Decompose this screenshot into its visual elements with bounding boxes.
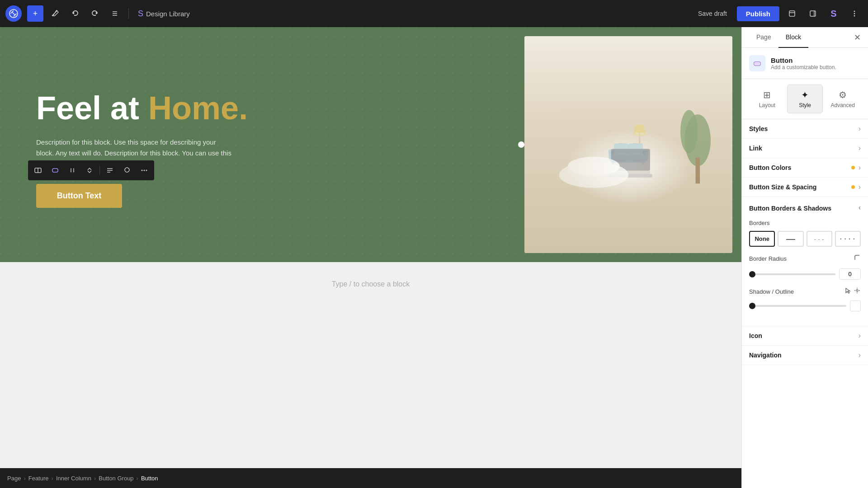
svg-point-35 xyxy=(568,157,620,176)
breadcrumb-page[interactable]: Page xyxy=(7,475,21,482)
shadow-pointer-icon[interactable] xyxy=(844,287,852,296)
breadcrumb-sep-2: › xyxy=(52,475,53,482)
paint-button[interactable] xyxy=(119,162,135,178)
undo-button[interactable] xyxy=(67,5,83,22)
sidebar-toggle-button[interactable] xyxy=(805,5,821,22)
drag-button[interactable] xyxy=(64,162,80,178)
align-button[interactable] xyxy=(102,162,118,178)
block-type-button[interactable] xyxy=(30,162,46,178)
shadow-row: Shadow / Outline xyxy=(749,287,861,296)
publish-button[interactable]: Publish xyxy=(737,6,779,21)
view-button[interactable] xyxy=(784,5,800,22)
breadcrumb-inner-column[interactable]: Inner Column xyxy=(56,475,91,482)
layout-tab-label: Layout xyxy=(759,102,775,108)
canvas-area[interactable]: Feel at Home. Description for this block… xyxy=(0,27,741,488)
button-colors-chevron: › xyxy=(859,164,861,172)
border-none[interactable]: None xyxy=(749,231,775,247)
block-header: Button Add a customizable button. xyxy=(742,48,868,79)
tab-advanced[interactable]: ⚙ Advanced xyxy=(825,84,861,113)
svg-point-38 xyxy=(856,290,858,291)
styles-section[interactable]: Styles › xyxy=(742,119,868,139)
link-chevron: › xyxy=(859,144,861,152)
style-tab-label: Style xyxy=(799,102,811,108)
borders-label: Button Borders & Shadows xyxy=(749,205,831,212)
tab-block[interactable]: Block xyxy=(778,27,808,48)
room-svg xyxy=(524,36,732,253)
more-block-options[interactable] xyxy=(136,162,152,178)
hero-button[interactable]: Button Text xyxy=(36,184,122,208)
tab-style[interactable]: ✦ Style xyxy=(787,84,823,113)
wp-logo[interactable] xyxy=(5,5,22,22)
breadcrumb-button-group[interactable]: Button Group xyxy=(99,475,133,482)
hero-left: Feel at Home. Description for this block… xyxy=(0,27,524,262)
button-borders-section: Button Borders & Shadows › Borders None … xyxy=(742,197,868,326)
type-area[interactable]: Type / to choose a block xyxy=(0,262,741,468)
svg-point-27 xyxy=(146,170,147,171)
s-button[interactable]: S xyxy=(826,5,842,22)
hero-title-highlight: Home. xyxy=(148,90,248,126)
hero-image: 🛋️ xyxy=(524,36,732,253)
svg-point-24 xyxy=(126,169,128,171)
more-options-button[interactable] xyxy=(846,5,863,22)
navigation-chevron: › xyxy=(859,351,861,359)
border-dotted[interactable]: • • • • xyxy=(835,231,861,247)
hero-title-plain: Feel at xyxy=(36,90,148,126)
add-block-button[interactable]: + xyxy=(27,5,43,22)
breadcrumb-feature[interactable]: Feature xyxy=(28,475,49,482)
radius-icon xyxy=(854,254,861,263)
save-draft-button[interactable]: Save draft xyxy=(693,7,732,20)
svg-point-14 xyxy=(71,169,71,169)
button-size-label: Button Size & Spacing xyxy=(749,183,851,191)
styles-label: Styles xyxy=(749,125,859,132)
dot-indicator xyxy=(518,141,524,148)
button-size-chevron: › xyxy=(859,183,861,191)
breadcrumb-sep-4: › xyxy=(137,475,138,482)
svg-rect-30 xyxy=(696,158,700,184)
border-radius-input[interactable]: 0 xyxy=(839,268,861,280)
svg-point-29 xyxy=(680,110,698,153)
navigation-label: Navigation xyxy=(749,352,859,359)
type-placeholder: Type / to choose a block xyxy=(332,280,410,288)
list-view-button[interactable] xyxy=(107,5,123,22)
toolbar-divider-2 xyxy=(99,166,100,175)
border-dashed[interactable]: - - - xyxy=(807,231,832,247)
layout-icon: ⊞ xyxy=(763,89,771,100)
block-icon-button[interactable] xyxy=(47,162,63,178)
design-library-icon: S xyxy=(138,9,143,19)
border-solid[interactable]: — xyxy=(778,231,803,247)
icon-section[interactable]: Icon › xyxy=(742,326,868,346)
style-icon: ✦ xyxy=(801,89,809,100)
shadow-slider[interactable] xyxy=(749,305,846,307)
shadow-settings-icon[interactable] xyxy=(854,287,861,296)
shadow-color-box[interactable] xyxy=(850,300,861,311)
svg-point-16 xyxy=(71,170,71,171)
top-toolbar: + S Design Library Save draft Publish xyxy=(0,0,868,27)
tab-page[interactable]: Page xyxy=(749,27,778,48)
button-colors-section[interactable]: Button Colors › xyxy=(742,158,868,178)
svg-point-10 xyxy=(854,15,855,17)
svg-rect-4 xyxy=(789,11,795,16)
redo-button[interactable] xyxy=(87,5,103,22)
tools-button[interactable] xyxy=(47,5,63,22)
move-button[interactable] xyxy=(81,162,98,178)
block-desc: Add a customizable button. xyxy=(771,64,836,70)
design-library[interactable]: S Design Library xyxy=(138,9,190,19)
link-section[interactable]: Link › xyxy=(742,139,868,158)
breadcrumb-bar: Page › Feature › Inner Column › Button G… xyxy=(0,468,741,488)
hero-right: 🛋️ xyxy=(524,27,741,262)
breadcrumb-button[interactable]: Button xyxy=(141,475,158,482)
button-colors-dot xyxy=(851,166,855,169)
borders-section-title[interactable]: Button Borders & Shadows › xyxy=(749,204,861,212)
border-radius-row: Border Radius xyxy=(749,254,861,263)
border-options: None — - - - • • • • xyxy=(749,231,861,247)
navigation-section[interactable]: Navigation › xyxy=(742,346,868,365)
close-panel-button[interactable]: ✕ xyxy=(854,27,861,47)
border-radius-slider-container: 0 xyxy=(749,268,861,280)
button-size-dot xyxy=(851,185,855,189)
toolbar-divider xyxy=(128,8,129,19)
icon-label: Icon xyxy=(749,332,859,339)
advanced-icon: ⚙ xyxy=(839,89,847,100)
tab-layout[interactable]: ⊞ Layout xyxy=(749,84,785,113)
button-size-section[interactable]: Button Size & Spacing › xyxy=(742,178,868,197)
border-radius-slider[interactable] xyxy=(749,273,835,275)
